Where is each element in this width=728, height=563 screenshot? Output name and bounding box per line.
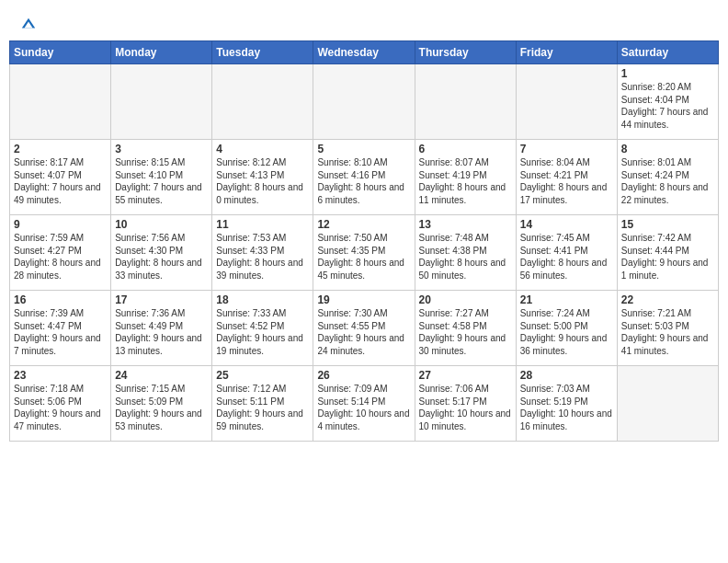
calendar-cell: 19Sunrise: 7:30 AMSunset: 4:55 PMDayligh… bbox=[313, 291, 415, 366]
weekday-row: SundayMondayTuesdayWednesdayThursdayFrid… bbox=[10, 41, 719, 64]
logo bbox=[18, 17, 37, 33]
calendar-cell: 6Sunrise: 8:07 AMSunset: 4:19 PMDaylight… bbox=[415, 140, 516, 215]
page-header bbox=[9, 9, 719, 37]
day-info: Sunrise: 7:45 AMSunset: 4:41 PMDaylight:… bbox=[520, 232, 613, 282]
calendar-body: 1Sunrise: 8:20 AMSunset: 4:04 PMDaylight… bbox=[10, 64, 719, 442]
calendar-week-2: 9Sunrise: 7:59 AMSunset: 4:27 PMDaylight… bbox=[10, 215, 719, 291]
day-number: 8 bbox=[621, 143, 714, 155]
day-info: Sunrise: 7:21 AMSunset: 5:03 PMDaylight:… bbox=[621, 307, 714, 357]
calendar-cell: 1Sunrise: 8:20 AMSunset: 4:04 PMDaylight… bbox=[617, 64, 718, 140]
day-number: 28 bbox=[520, 369, 613, 382]
calendar-cell: 23Sunrise: 7:18 AMSunset: 5:06 PMDayligh… bbox=[10, 366, 111, 442]
logo-icon bbox=[20, 17, 37, 33]
calendar-cell: 16Sunrise: 7:39 AMSunset: 4:47 PMDayligh… bbox=[10, 291, 111, 366]
calendar-cell bbox=[10, 64, 111, 140]
weekday-header-sunday: Sunday bbox=[10, 41, 111, 64]
calendar-cell: 5Sunrise: 8:10 AMSunset: 4:16 PMDaylight… bbox=[313, 140, 415, 215]
day-info: Sunrise: 7:12 AMSunset: 5:11 PMDaylight:… bbox=[216, 383, 309, 432]
day-number: 22 bbox=[621, 293, 714, 306]
calendar-cell bbox=[617, 366, 718, 442]
calendar-cell: 20Sunrise: 7:27 AMSunset: 4:58 PMDayligh… bbox=[415, 291, 516, 366]
day-info: Sunrise: 8:07 AMSunset: 4:19 PMDaylight:… bbox=[419, 156, 512, 206]
weekday-header-tuesday: Tuesday bbox=[212, 41, 313, 64]
calendar-cell: 25Sunrise: 7:12 AMSunset: 5:11 PMDayligh… bbox=[212, 366, 313, 442]
calendar-header: SundayMondayTuesdayWednesdayThursdayFrid… bbox=[10, 41, 719, 64]
calendar-week-3: 16Sunrise: 7:39 AMSunset: 4:47 PMDayligh… bbox=[10, 291, 719, 366]
day-number: 6 bbox=[419, 143, 512, 155]
calendar-cell: 15Sunrise: 7:42 AMSunset: 4:44 PMDayligh… bbox=[617, 215, 718, 291]
day-number: 3 bbox=[115, 143, 208, 155]
day-number: 23 bbox=[14, 369, 107, 382]
day-number: 5 bbox=[317, 143, 410, 155]
day-number: 16 bbox=[14, 293, 107, 306]
weekday-header-friday: Friday bbox=[516, 41, 617, 64]
weekday-header-saturday: Saturday bbox=[617, 41, 718, 64]
day-info: Sunrise: 8:01 AMSunset: 4:24 PMDaylight:… bbox=[621, 156, 714, 206]
day-info: Sunrise: 7:15 AMSunset: 5:09 PMDaylight:… bbox=[115, 383, 208, 432]
calendar-cell: 8Sunrise: 8:01 AMSunset: 4:24 PMDaylight… bbox=[617, 140, 718, 215]
calendar-cell: 9Sunrise: 7:59 AMSunset: 4:27 PMDaylight… bbox=[10, 215, 111, 291]
day-number: 13 bbox=[419, 218, 512, 231]
day-info: Sunrise: 7:24 AMSunset: 5:00 PMDaylight:… bbox=[520, 307, 613, 357]
day-info: Sunrise: 7:33 AMSunset: 4:52 PMDaylight:… bbox=[216, 307, 309, 357]
day-info: Sunrise: 8:20 AMSunset: 4:04 PMDaylight:… bbox=[621, 81, 714, 131]
day-info: Sunrise: 8:15 AMSunset: 4:10 PMDaylight:… bbox=[115, 156, 208, 206]
calendar-cell: 18Sunrise: 7:33 AMSunset: 4:52 PMDayligh… bbox=[212, 291, 313, 366]
weekday-header-monday: Monday bbox=[111, 41, 212, 64]
day-number: 17 bbox=[115, 293, 208, 306]
day-number: 19 bbox=[317, 293, 410, 306]
day-info: Sunrise: 8:10 AMSunset: 4:16 PMDaylight:… bbox=[317, 156, 410, 206]
day-number: 27 bbox=[419, 369, 512, 382]
day-number: 21 bbox=[520, 293, 613, 306]
day-info: Sunrise: 7:59 AMSunset: 4:27 PMDaylight:… bbox=[14, 232, 107, 282]
day-info: Sunrise: 7:27 AMSunset: 4:58 PMDaylight:… bbox=[419, 307, 512, 357]
day-number: 9 bbox=[14, 218, 107, 231]
calendar-cell: 24Sunrise: 7:15 AMSunset: 5:09 PMDayligh… bbox=[111, 366, 212, 442]
day-info: Sunrise: 7:53 AMSunset: 4:33 PMDaylight:… bbox=[216, 232, 309, 282]
calendar-cell bbox=[313, 64, 415, 140]
calendar-cell: 26Sunrise: 7:09 AMSunset: 5:14 PMDayligh… bbox=[313, 366, 415, 442]
calendar-cell bbox=[111, 64, 212, 140]
day-info: Sunrise: 7:48 AMSunset: 4:38 PMDaylight:… bbox=[419, 232, 512, 282]
calendar-cell: 22Sunrise: 7:21 AMSunset: 5:03 PMDayligh… bbox=[617, 291, 718, 366]
calendar-cell bbox=[212, 64, 313, 140]
day-number: 7 bbox=[520, 143, 613, 155]
day-number: 4 bbox=[216, 143, 309, 155]
day-number: 24 bbox=[115, 369, 208, 382]
day-info: Sunrise: 7:03 AMSunset: 5:19 PMDaylight:… bbox=[520, 383, 613, 432]
calendar-cell: 2Sunrise: 8:17 AMSunset: 4:07 PMDaylight… bbox=[10, 140, 111, 215]
calendar-cell: 17Sunrise: 7:36 AMSunset: 4:49 PMDayligh… bbox=[111, 291, 212, 366]
calendar-table: SundayMondayTuesdayWednesdayThursdayFrid… bbox=[9, 40, 719, 442]
day-info: Sunrise: 8:04 AMSunset: 4:21 PMDaylight:… bbox=[520, 156, 613, 206]
day-info: Sunrise: 8:17 AMSunset: 4:07 PMDaylight:… bbox=[14, 156, 107, 206]
day-number: 10 bbox=[115, 218, 208, 231]
weekday-header-thursday: Thursday bbox=[415, 41, 516, 64]
calendar-week-1: 2Sunrise: 8:17 AMSunset: 4:07 PMDaylight… bbox=[10, 140, 719, 215]
calendar-cell: 27Sunrise: 7:06 AMSunset: 5:17 PMDayligh… bbox=[415, 366, 516, 442]
calendar-cell: 13Sunrise: 7:48 AMSunset: 4:38 PMDayligh… bbox=[415, 215, 516, 291]
calendar-cell: 11Sunrise: 7:53 AMSunset: 4:33 PMDayligh… bbox=[212, 215, 313, 291]
calendar-cell bbox=[415, 64, 516, 140]
calendar-cell: 4Sunrise: 8:12 AMSunset: 4:13 PMDaylight… bbox=[212, 140, 313, 215]
day-info: Sunrise: 7:42 AMSunset: 4:44 PMDaylight:… bbox=[621, 232, 714, 282]
day-info: Sunrise: 7:09 AMSunset: 5:14 PMDaylight:… bbox=[317, 383, 410, 432]
day-number: 2 bbox=[14, 143, 107, 155]
day-number: 18 bbox=[216, 293, 309, 306]
day-info: Sunrise: 7:30 AMSunset: 4:55 PMDaylight:… bbox=[317, 307, 410, 357]
day-number: 11 bbox=[216, 218, 309, 231]
day-info: Sunrise: 7:06 AMSunset: 5:17 PMDaylight:… bbox=[419, 383, 512, 432]
calendar-week-0: 1Sunrise: 8:20 AMSunset: 4:04 PMDaylight… bbox=[10, 64, 719, 140]
calendar-cell: 28Sunrise: 7:03 AMSunset: 5:19 PMDayligh… bbox=[516, 366, 617, 442]
day-info: Sunrise: 7:39 AMSunset: 4:47 PMDaylight:… bbox=[14, 307, 107, 357]
day-info: Sunrise: 7:36 AMSunset: 4:49 PMDaylight:… bbox=[115, 307, 208, 357]
calendar-cell bbox=[516, 64, 617, 140]
day-number: 26 bbox=[317, 369, 410, 382]
weekday-header-wednesday: Wednesday bbox=[313, 41, 415, 64]
calendar-cell: 3Sunrise: 8:15 AMSunset: 4:10 PMDaylight… bbox=[111, 140, 212, 215]
day-number: 20 bbox=[419, 293, 512, 306]
day-number: 14 bbox=[520, 218, 613, 231]
day-info: Sunrise: 8:12 AMSunset: 4:13 PMDaylight:… bbox=[216, 156, 309, 206]
calendar-cell: 7Sunrise: 8:04 AMSunset: 4:21 PMDaylight… bbox=[516, 140, 617, 215]
day-info: Sunrise: 7:50 AMSunset: 4:35 PMDaylight:… bbox=[317, 232, 410, 282]
day-number: 25 bbox=[216, 369, 309, 382]
